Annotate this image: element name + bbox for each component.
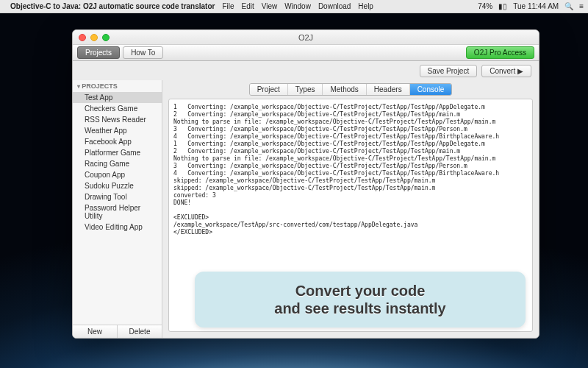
sidebar-item[interactable]: Platformer Game bbox=[73, 147, 162, 158]
toolbar: Projects How To O2J Pro Access bbox=[73, 45, 539, 61]
sidebar: PROJECTS Test App Checkers Game RSS News… bbox=[73, 80, 162, 338]
seg-methods[interactable]: Methods bbox=[323, 84, 366, 95]
app-window: O2J Projects How To O2J Pro Access Save … bbox=[72, 29, 539, 339]
sidebar-item[interactable]: Racing Game bbox=[73, 158, 162, 169]
window-title: O2J bbox=[73, 33, 539, 42]
sidebar-item[interactable]: Coupon App bbox=[73, 169, 162, 180]
spotlight-icon[interactable]: 🔍 bbox=[564, 2, 573, 10]
menu-view[interactable]: View bbox=[262, 2, 278, 10]
sub-toolbar: Save Project Convert ▶ bbox=[73, 61, 539, 80]
menu-help[interactable]: Help bbox=[358, 2, 373, 10]
battery-icon[interactable]: ▮▯ bbox=[498, 2, 507, 10]
sidebar-item[interactable]: Video Editing App bbox=[73, 222, 162, 233]
battery-status[interactable]: 74% bbox=[478, 2, 492, 10]
save-project-button[interactable]: Save Project bbox=[420, 65, 478, 77]
view-segmented-control: Project Types Methods Headers Console bbox=[249, 83, 453, 96]
sidebar-item[interactable]: Test App bbox=[73, 92, 162, 103]
app-menu-title[interactable]: Objective-C to Java: O2J automatic sourc… bbox=[10, 2, 215, 10]
menu-download[interactable]: Download bbox=[318, 2, 351, 10]
callout-line1: Convert your code bbox=[295, 283, 426, 299]
seg-console[interactable]: Console bbox=[410, 84, 452, 95]
menu-extra-icon[interactable]: ≡ bbox=[579, 2, 584, 10]
menu-window[interactable]: Window bbox=[284, 2, 311, 10]
seg-types[interactable]: Types bbox=[288, 84, 323, 95]
delete-project-button[interactable]: Delete bbox=[118, 325, 162, 338]
seg-headers[interactable]: Headers bbox=[367, 84, 410, 95]
main-panel: Project Types Methods Headers Console 1 … bbox=[162, 80, 539, 338]
sidebar-item[interactable]: Checkers Game bbox=[73, 103, 162, 114]
tab-projects[interactable]: Projects bbox=[77, 46, 120, 59]
sidebar-item[interactable]: Drawing Tool bbox=[73, 191, 162, 202]
window-titlebar[interactable]: O2J bbox=[73, 30, 539, 45]
pro-access-button[interactable]: O2J Pro Access bbox=[466, 46, 534, 59]
sidebar-item[interactable]: Password Helper Utility bbox=[73, 202, 162, 222]
sidebar-item[interactable]: RSS News Reader bbox=[73, 114, 162, 125]
menu-edit[interactable]: Edit bbox=[242, 2, 254, 10]
sidebar-header[interactable]: PROJECTS bbox=[73, 80, 162, 92]
clock[interactable]: Tue 11:44 AM bbox=[513, 2, 559, 10]
sidebar-item[interactable]: Facebook App bbox=[73, 136, 162, 147]
callout-line2: and see results instantly bbox=[274, 300, 445, 316]
seg-project[interactable]: Project bbox=[250, 84, 288, 95]
tab-howto[interactable]: How To bbox=[123, 46, 163, 59]
sidebar-item[interactable]: Sudoku Puzzle bbox=[73, 180, 162, 191]
sidebar-item[interactable]: Weather App bbox=[73, 125, 162, 136]
menu-file[interactable]: File bbox=[222, 2, 234, 10]
convert-button[interactable]: Convert ▶ bbox=[481, 65, 531, 77]
macos-menubar: Objective-C to Java: O2J automatic sourc… bbox=[0, 0, 588, 13]
promo-callout: Convert your code and see results instan… bbox=[195, 272, 526, 328]
new-project-button[interactable]: New bbox=[73, 325, 118, 338]
